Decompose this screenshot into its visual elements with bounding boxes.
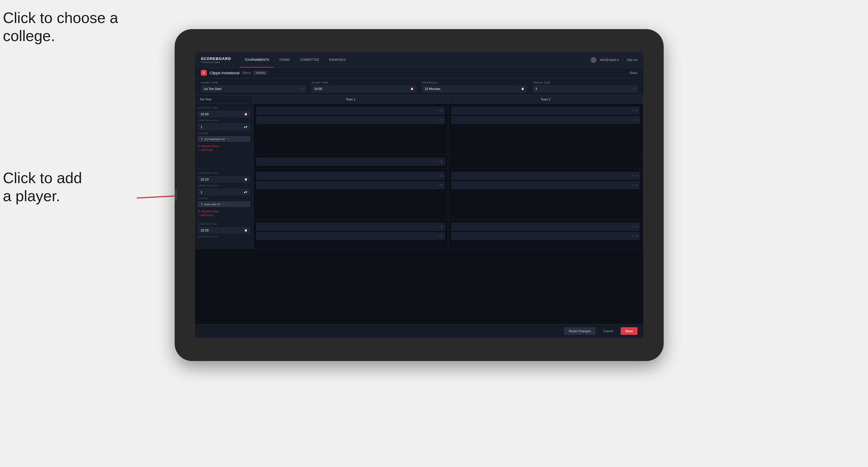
sign-out-link[interactable]: Sign out xyxy=(627,58,638,61)
hosting-badge: Hosting xyxy=(253,71,267,75)
player-slot-r3-1-1[interactable]: × ⇅ xyxy=(256,223,445,231)
remove-course-icon-1[interactable]: × › xyxy=(227,137,230,141)
tee-left-1: STARTING TIME: 10:00 ⏰ STARTING HOLE: 1 … xyxy=(195,104,253,154)
slot-move-2-1[interactable]: ⇅ xyxy=(636,109,638,112)
player-slot-2-2[interactable]: × ⇅ xyxy=(451,116,640,124)
add-group-link-1[interactable]: + Add Group xyxy=(198,149,250,151)
tournament-title: C Clippd Invitational (Men) Hosting xyxy=(201,70,267,76)
slot-move-r2-2-2[interactable]: ⇅ xyxy=(636,184,638,187)
player-slot-r3-2-1[interactable]: × ⇅ xyxy=(451,223,640,231)
start-time-input[interactable]: 10:00 ⏰ xyxy=(311,85,416,92)
player-slot-r3-2-2[interactable]: × ⇅ xyxy=(451,232,640,240)
tournament-gender: (Men) xyxy=(243,71,251,74)
team2-cell-2: × ⇅ × ⇅ xyxy=(448,169,643,220)
team2-cell-3: × ⇅ × ⇅ xyxy=(448,220,643,249)
annotation-add-player: Click to add a player. xyxy=(3,169,82,205)
footer: Reset Changes Cancel Save xyxy=(195,324,643,338)
intervals-clock-icon: ⏰ xyxy=(521,87,524,90)
sub-header: C Clippd Invitational (Men) Hosting ‹ Ba… xyxy=(195,67,643,78)
course-label-1: COURSE: xyxy=(198,132,250,134)
starting-hole-input-2[interactable]: 1 ▴▾ xyxy=(198,189,250,195)
slot-move-1b-1[interactable]: ⇅ xyxy=(440,160,443,163)
slot-move-r3-1-1[interactable]: ⇅ xyxy=(440,225,443,228)
main-content[interactable]: STARTING TIME: 10:00 ⏰ STARTING HOLE: 1 … xyxy=(195,104,643,324)
table-header: Tee Time Team 1 Team 2 xyxy=(195,95,643,104)
save-button[interactable]: Save xyxy=(621,327,638,335)
team1-cell-3: × ⇅ × ⇅ xyxy=(253,220,448,249)
player-slot-r3-1-2[interactable]: × ⇅ xyxy=(256,232,445,240)
group-size-select[interactable]: 3 ▾ xyxy=(533,85,638,92)
tournament-icon: C xyxy=(201,70,207,76)
slot-move-r3-2-1[interactable]: ⇅ xyxy=(636,225,638,228)
remove-course-icon-2[interactable]: × › xyxy=(223,203,226,206)
nav-tab-tournaments[interactable]: TOURNAMENTS xyxy=(240,53,274,67)
intervals-group: Intervals 10 Minutes ⏰ xyxy=(422,81,527,92)
nav-tab-teams[interactable]: TEAMS xyxy=(275,53,295,67)
nav-tab-rankings[interactable]: RANKINGS xyxy=(324,53,350,67)
start-type-select[interactable]: 1st Tee Start ▾ xyxy=(201,85,306,92)
starting-time-input-1[interactable]: 10:00 ⏰ xyxy=(198,111,250,117)
user-email: blair@clippd.io xyxy=(600,58,619,61)
slot-move-1-2[interactable]: ⇅ xyxy=(440,119,443,121)
start-time-group: Start Time 10:00 ⏰ xyxy=(311,81,416,92)
slot-remove-r3-2-1[interactable]: × xyxy=(632,225,634,228)
tee-row-1b: × ⇅ xyxy=(195,155,643,169)
slot-remove-r3-2-2[interactable]: × xyxy=(632,235,634,238)
tournament-name: Clippd Invitational xyxy=(210,71,240,75)
main-nav: TOURNAMENTS TEAMS COMMITTEE RANKINGS xyxy=(240,53,591,67)
tee-left-1b xyxy=(195,155,253,168)
starting-hole-input-1[interactable]: 1 ▴▾ xyxy=(198,123,250,130)
cancel-button[interactable]: Cancel xyxy=(598,327,618,335)
starting-time-input-2[interactable]: 10:10 ⏰ xyxy=(198,176,250,183)
remove-group-link-2[interactable]: ⊖ Remove Group xyxy=(198,210,250,213)
start-time-label: Start Time xyxy=(311,81,416,84)
slot-remove-r2-1-1[interactable]: × xyxy=(437,175,439,177)
player-slot-1b-1[interactable]: × ⇅ xyxy=(256,157,445,166)
slot-move-2-2[interactable]: ⇅ xyxy=(636,119,638,121)
time-icon-2: ⏰ xyxy=(244,178,247,181)
starting-time-input-3[interactable]: 10:20 ⏰ xyxy=(198,227,250,234)
player-slot-r2-1-2[interactable]: × ⇅ xyxy=(256,181,445,189)
form-controls: Start Type 1st Tee Start ▾ Start Time 10… xyxy=(195,78,643,95)
add-group-link-2[interactable]: + Add Group xyxy=(198,214,250,217)
slot-move-r3-1-2[interactable]: ⇅ xyxy=(440,235,443,238)
slot-remove-1b-1[interactable]: × xyxy=(437,160,439,163)
nav-tab-committee[interactable]: COMMITTEE xyxy=(296,53,324,67)
intervals-select[interactable]: 10 Minutes ⏰ xyxy=(422,85,527,92)
player-slot-2-1[interactable]: × ⇅ xyxy=(451,106,640,115)
tee-left-3: STARTING TIME: 10:20 ⏰ STARTING HOLE: xyxy=(195,220,253,249)
slot-controls-1-1: × ⇅ xyxy=(437,109,443,112)
time-icon-3: ⏰ xyxy=(244,229,247,232)
slot-move-r3-2-2[interactable]: ⇅ xyxy=(636,235,638,238)
col-tee-time: Tee Time xyxy=(195,95,253,103)
starting-time-label-1: STARTING TIME: xyxy=(198,106,250,109)
slot-move-r2-1-2[interactable]: ⇅ xyxy=(440,184,443,187)
slot-remove-r2-2-1[interactable]: × xyxy=(632,175,634,177)
slot-remove-1-1[interactable]: × xyxy=(437,109,439,112)
slot-remove-r2-2-2[interactable]: × xyxy=(632,184,634,187)
slot-move-r2-1-1[interactable]: ⇅ xyxy=(440,175,443,177)
slot-remove-2-2[interactable]: × xyxy=(632,119,634,121)
player-slot-r2-2-1[interactable]: × ⇅ xyxy=(451,172,640,180)
avatar xyxy=(591,57,596,63)
slot-remove-2-1[interactable]: × xyxy=(632,109,634,112)
player-slot-r2-1-1[interactable]: × ⇅ xyxy=(256,172,445,180)
slot-remove-r3-1-1[interactable]: × xyxy=(437,225,439,228)
group-size-group: Group Size 3 ▾ xyxy=(533,81,638,92)
back-button[interactable]: ‹ Back xyxy=(628,71,638,74)
col-team2: Team 2 xyxy=(448,95,643,103)
player-slot-1-2[interactable]: × ⇅ xyxy=(256,116,445,124)
player-slot-r2-2-2[interactable]: × ⇅ xyxy=(451,181,640,189)
course-tag-2[interactable]: 🏌 East Lake GC × › xyxy=(198,201,250,207)
slot-move-1-1[interactable]: ⇅ xyxy=(440,109,443,112)
remove-group-link-1[interactable]: ⊖ Remove Group xyxy=(198,145,250,148)
annotation-choose-college: Click to choose a college. xyxy=(3,9,118,45)
slot-move-r2-2-1[interactable]: ⇅ xyxy=(636,175,638,177)
slot-remove-r2-1-2[interactable]: × xyxy=(437,184,439,187)
tee-row-3: STARTING TIME: 10:20 ⏰ STARTING HOLE: × … xyxy=(195,220,643,249)
slot-remove-r3-1-2[interactable]: × xyxy=(437,235,439,238)
player-slot-1-1[interactable]: × ⇅ xyxy=(256,106,445,115)
reset-button[interactable]: Reset Changes xyxy=(564,327,595,335)
slot-remove-1-2[interactable]: × xyxy=(437,119,439,121)
course-tag-1[interactable]: 🏌 (A) Peachtree GC × › xyxy=(198,136,250,142)
